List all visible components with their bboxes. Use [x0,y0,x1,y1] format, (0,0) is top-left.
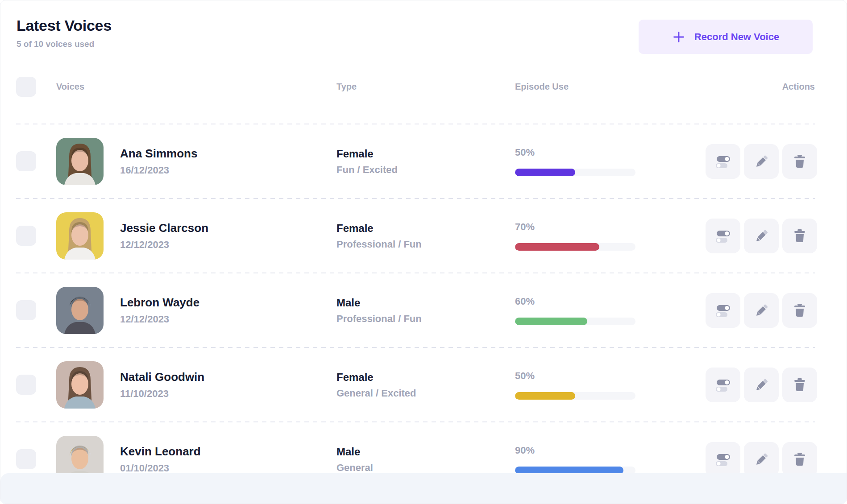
toggle-switch-button[interactable] [706,144,740,179]
voice-cell: Natali Goodwin 11/10/2023 [56,361,336,409]
toggle-switch-button[interactable] [706,293,740,328]
table-row: Natali Goodwin 11/10/2023 Female General… [16,347,815,422]
actions-cell [706,219,817,253]
delete-button[interactable] [782,368,817,402]
type-secondary: Professional / Fun [336,313,515,325]
progress-bar-track [515,169,635,176]
edit-button[interactable] [744,219,779,253]
row-checkbox[interactable] [16,226,36,246]
episode-use-cell: 50% [515,146,706,176]
edit-button[interactable] [744,442,779,477]
voices-table: Voices Type Episode Use Actions [0,50,847,496]
edit-button[interactable] [744,293,779,328]
delete-button[interactable] [782,442,817,477]
latest-voices-card: Latest Voices 5 of 10 voices used Record… [0,0,847,504]
table-row: Ana Simmons 16/12/2023 Female Fun / Exci… [16,124,815,198]
plus-icon [672,30,685,44]
episode-use-cell: 70% [515,221,706,251]
voice-date: 12/12/2023 [120,313,199,326]
voice-name[interactable]: Ana Simmons [120,146,197,161]
episode-use-percent: 70% [515,221,706,233]
episode-use-cell: 90% [515,444,706,474]
record-new-voice-label: Record New Voice [694,31,779,43]
toggle-switch-icon [714,227,731,244]
edit-button[interactable] [744,368,779,402]
table-row: Lebron Wayde 12/12/2023 Male Professiona… [16,273,815,347]
episode-use-percent: 50% [515,146,706,158]
edit-button[interactable] [744,144,779,179]
type-primary: Female [336,147,515,161]
voice-date: 16/12/2023 [120,164,197,177]
type-secondary: Fun / Excited [336,164,515,176]
actions-cell [706,144,817,179]
progress-bar-fill [515,392,575,400]
type-secondary: General / Excited [336,387,515,400]
trash-icon [792,153,808,169]
avatar [56,361,104,409]
delete-button[interactable] [782,144,817,179]
table-row: Jessie Clarcson 12/12/2023 Female Profes… [16,198,815,273]
column-header-voices: Voices [56,82,336,92]
trash-icon [792,451,808,467]
header-checkbox-cell [16,77,56,97]
actions-cell [706,368,817,402]
toggle-switch-button[interactable] [706,219,740,253]
row-checkbox[interactable] [16,375,36,395]
voice-name[interactable]: Natali Goodwin [120,370,204,384]
progress-bar-fill [515,318,587,325]
delete-button[interactable] [782,293,817,328]
edit-pencil-icon [753,228,769,244]
edit-pencil-icon [753,451,769,467]
toggle-switch-icon [714,153,731,170]
row-checkbox-cell [16,151,56,171]
column-header-actions: Actions [706,82,815,92]
delete-button[interactable] [782,219,817,253]
avatar [56,138,104,185]
voice-date: 11/10/2023 [120,388,204,400]
row-checkbox-cell [16,226,56,246]
row-checkbox-cell [16,375,56,395]
type-cell: Female Professional / Fun [336,221,515,251]
row-checkbox-cell [16,449,56,469]
type-primary: Female [336,221,515,235]
row-checkbox[interactable] [16,151,36,171]
type-cell: Female Fun / Excited [336,147,515,176]
trash-icon [792,228,808,244]
type-secondary: Professional / Fun [336,238,515,251]
row-checkbox[interactable] [16,300,36,320]
table-header-row: Voices Type Episode Use Actions [16,50,815,124]
edit-pencil-icon [753,302,769,318]
voice-text: Kevin Leonard 01/10/2023 [120,444,201,475]
type-primary: Male [336,445,515,459]
edit-pencil-icon [753,153,769,169]
column-header-episode-use: Episode Use [515,82,706,92]
voice-cell: Jessie Clarcson 12/12/2023 [56,212,336,260]
toggle-switch-button[interactable] [706,442,740,477]
edit-pencil-icon [753,377,769,393]
toggle-switch-button[interactable] [706,368,740,402]
select-all-checkbox[interactable] [16,77,36,97]
progress-bar-fill [515,243,599,251]
episode-use-cell: 50% [515,370,706,400]
type-cell: Female General / Excited [336,370,515,400]
actions-cell [706,293,817,328]
row-checkbox-cell [16,300,56,320]
episode-use-cell: 60% [515,295,706,325]
voice-text: Lebron Wayde 12/12/2023 [120,295,199,326]
voice-name[interactable]: Kevin Leonard [120,444,201,459]
voice-name[interactable]: Lebron Wayde [120,295,199,310]
type-primary: Male [336,296,515,310]
type-secondary: General [336,462,515,474]
voice-cell: Ana Simmons 16/12/2023 [56,138,336,185]
column-header-type: Type [336,82,515,92]
trash-icon [792,377,808,393]
row-checkbox[interactable] [16,449,36,469]
record-new-voice-button[interactable]: Record New Voice [639,20,813,54]
voice-table-body: Ana Simmons 16/12/2023 Female Fun / Exci… [16,124,815,496]
type-cell: Male Professional / Fun [336,296,515,325]
episode-use-percent: 60% [515,295,706,307]
avatar [56,212,104,260]
progress-bar-fill [515,169,575,176]
voice-name[interactable]: Jessie Clarcson [120,221,208,235]
actions-cell [706,442,817,477]
